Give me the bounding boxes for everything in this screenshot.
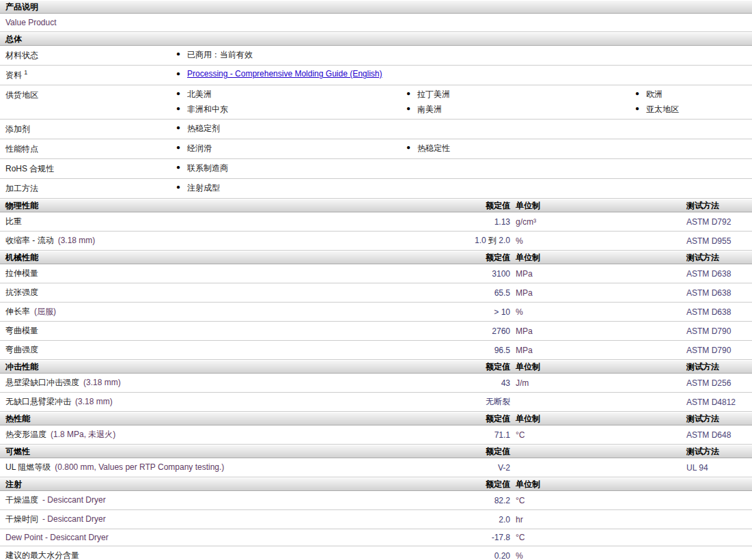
section-title: 热性能 [0, 413, 410, 425]
property-label: Dew Point - Desiccant Dryer [0, 533, 410, 542]
property-condition: - Desiccant Dryer [42, 514, 106, 524]
col-header-unit: 单位制 [510, 200, 681, 212]
property-label: UL 阻燃等级(0.800 mm, Values per RTP Company… [0, 462, 410, 473]
property-value: 0.20 [410, 551, 510, 560]
property-label: 悬壁梁缺口冲击强度(3.18 mm) [0, 377, 410, 389]
property-value-part: 2760 [492, 326, 510, 336]
bullet-item-label: 已商用：当前有效 [187, 49, 253, 61]
property-label-text: 比重 [5, 216, 22, 226]
property-row: UL 阻燃等级(0.800 mm, Values per RTP Company… [0, 458, 752, 477]
col-header-unit: 单位制 [510, 252, 681, 264]
bullet-item-label: 亚太地区 [646, 104, 679, 115]
property-unit: °C [510, 496, 681, 505]
property-value-part: 无断裂 [486, 397, 510, 406]
property-unit: hr [510, 515, 681, 524]
property-row: 热变形温度(1.8 MPa, 未退火)71.1°CASTM D648 [0, 425, 752, 445]
property-value-part: 2.0 [499, 515, 510, 524]
property-value-part: 43 [501, 378, 510, 388]
col-header-unit: 单位制 [510, 361, 681, 373]
bullet-icon: ● [176, 104, 180, 113]
property-label-text: 抗张强度 [5, 288, 38, 297]
property-value-part: 1.0 [475, 236, 486, 245]
col-header-test: 测试方法 [681, 361, 752, 373]
bullet-icon: ● [176, 69, 180, 79]
property-value-part: 71.1 [495, 430, 510, 440]
section-title: 总体 [0, 33, 752, 45]
property-unit: °C [510, 533, 681, 542]
general-row: 性能特点●经润滑●热稳定性 [0, 139, 752, 159]
property-value-part: 0.20 [495, 551, 510, 560]
property-row: 干燥温度- Desiccant Dryer82.2°C [0, 491, 752, 510]
property-value-part: 2.0 [499, 236, 510, 245]
bullet-item-label: 热稳定性 [417, 143, 450, 154]
col-header-unit: 单位制 [510, 413, 681, 425]
bullet-item-label: 非洲和中东 [187, 104, 228, 115]
property-label-text: 热变形温度 [5, 430, 46, 439]
property-value: 1.0 到 2.0 [410, 235, 510, 247]
general-label-text: RoHS 合规性 [5, 164, 54, 173]
property-row: 收缩率 - 流动(3.18 mm)1.0 到 2.0%ASTM D955 [0, 232, 752, 251]
general-column: ●热稳定剂 [171, 123, 401, 135]
bullet-item: ●热稳定性 [401, 143, 630, 154]
property-value-part: > 10 [494, 307, 510, 317]
property-test: ASTM D4812 [681, 397, 752, 407]
bullet-item: ●经润滑 [171, 143, 401, 154]
col-header-test: 测试方法 [681, 446, 752, 458]
property-value: > 10 [410, 307, 510, 317]
bullet-item: ●拉丁美洲 [401, 89, 630, 100]
property-condition: - Desiccant Dryer [42, 495, 106, 505]
property-test: ASTM D256 [681, 378, 752, 388]
property-value: 3100 [410, 269, 510, 279]
property-unit: % [510, 551, 681, 560]
property-value: V-2 [410, 463, 510, 473]
label-superscript: 1 [24, 69, 27, 76]
general-column: ●Processing - Comprehensive Molding Guid… [171, 69, 401, 79]
property-condition: Dew Point - Desiccant Dryer [5, 533, 109, 542]
property-value-part: 1.13 [495, 217, 510, 227]
bullet-item-label: 经润滑 [187, 143, 212, 154]
property-test: ASTM D638 [681, 307, 752, 317]
property-row: 弯曲模量2760MPaASTM D790 [0, 322, 752, 341]
bullet-item-label: 拉丁美洲 [417, 89, 450, 100]
property-value: 1.13 [410, 217, 510, 227]
bullet-item-label: 南美洲 [417, 104, 442, 115]
property-label-text: 干燥时间 [5, 514, 38, 524]
property-label-text: 干燥温度 [5, 495, 38, 505]
general-row: 材料状态●已商用：当前有效 [0, 46, 752, 66]
property-row: Dew Point - Desiccant Dryer-17.8°C [0, 529, 752, 546]
doc-link[interactable]: Processing - Comprehensive Molding Guide… [187, 69, 382, 79]
bullet-icon: ● [176, 182, 180, 192]
bullet-item: ●热稳定剂 [171, 123, 401, 135]
property-label: 伸长率(屈服) [0, 306, 410, 318]
property-test: ASTM D638 [681, 288, 752, 298]
property-test: ASTM D648 [681, 430, 752, 440]
section-title: 注射 [0, 479, 410, 490]
property-unit: g/cm³ [510, 217, 681, 227]
general-label: 资料 1 [0, 69, 171, 81]
general-column: ●拉丁美洲●南美洲 [401, 89, 630, 115]
property-label-text: 悬壁梁缺口冲击强度 [5, 378, 79, 387]
property-value: 96.5 [410, 346, 510, 355]
col-header-value: 额定值 [410, 200, 510, 212]
bullet-item-label: 北美洲 [187, 89, 212, 100]
bullet-icon: ● [176, 163, 180, 172]
section-title: 产品说明 [0, 1, 752, 13]
property-label-text: 收缩率 - 流动 [5, 236, 54, 245]
section-title: 物理性能 [0, 200, 410, 212]
general-row: RoHS 合规性●联系制造商 [0, 159, 752, 179]
bullet-item-label: 联系制造商 [187, 163, 228, 174]
property-label: 比重 [0, 216, 410, 227]
property-test: ASTM D955 [681, 236, 752, 246]
property-label: 干燥温度- Desiccant Dryer [0, 494, 410, 506]
bullet-item: ●欧洲 [630, 89, 752, 100]
general-label-text: 资料 [5, 70, 22, 80]
property-label-text: 建议的最大水分含量 [5, 550, 79, 560]
bullet-item-label: 注射成型 [187, 182, 220, 194]
property-unit: MPa [510, 326, 681, 336]
general-label: 性能特点 [0, 143, 171, 155]
general-label-text: 性能特点 [5, 144, 38, 154]
property-condition: (屈服) [34, 307, 56, 316]
general-column: ●注射成型 [171, 182, 401, 194]
section-header: 总体 [0, 32, 752, 46]
col-header-test: 测试方法 [681, 200, 752, 212]
